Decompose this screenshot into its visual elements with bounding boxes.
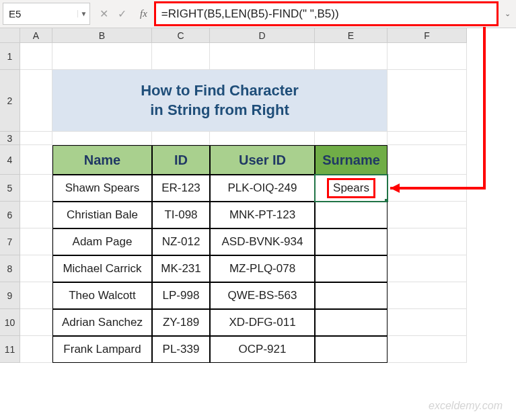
- row-header-4[interactable]: 4: [0, 145, 20, 175]
- formula-expand-icon[interactable]: ⌄: [501, 0, 513, 28]
- cell-B10[interactable]: Adrian Sanchez: [52, 309, 152, 336]
- name-box-container: E5 ▼: [3, 3, 90, 25]
- cell-C3[interactable]: [152, 132, 210, 145]
- cell-D10[interactable]: XD-DFG-011: [210, 309, 315, 336]
- cell-B11[interactable]: Frank Lampard: [52, 336, 152, 363]
- cell-F11[interactable]: [388, 336, 467, 363]
- col-header-A[interactable]: A: [20, 28, 52, 43]
- cell-A7[interactable]: [20, 228, 52, 255]
- header-name[interactable]: Name: [52, 145, 152, 175]
- cell-E10[interactable]: [315, 309, 388, 336]
- row-header-7[interactable]: 7: [0, 228, 20, 255]
- row-header-9[interactable]: 9: [0, 282, 20, 309]
- title-line2: in String from Right: [150, 101, 289, 120]
- cell-E8[interactable]: [315, 255, 388, 282]
- cell-F7[interactable]: [388, 228, 467, 255]
- row-header-8[interactable]: 8: [0, 255, 20, 282]
- cancel-icon[interactable]: ✕: [100, 7, 108, 20]
- cell-A1[interactable]: [20, 43, 52, 70]
- fill-handle[interactable]: [385, 199, 388, 202]
- row-header-10[interactable]: 10: [0, 309, 20, 336]
- fx-label[interactable]: fx: [136, 0, 151, 28]
- col-header-B[interactable]: B: [52, 28, 152, 43]
- cell-D5[interactable]: PLK-OIQ-249: [210, 175, 315, 202]
- cell-B7[interactable]: Adam Page: [52, 228, 152, 255]
- cell-F3[interactable]: [388, 132, 467, 145]
- cell-F6[interactable]: [388, 202, 467, 228]
- col-header-C[interactable]: C: [152, 28, 210, 43]
- cell-B3[interactable]: [52, 132, 152, 145]
- accept-icon[interactable]: ✓: [118, 7, 126, 20]
- cell-D9[interactable]: QWE-BS-563: [210, 282, 315, 309]
- row-header-5[interactable]: 5: [0, 175, 20, 202]
- cells-area: How to Find Character in String from Rig…: [20, 43, 516, 363]
- cell-D3[interactable]: [210, 132, 315, 145]
- title-cell[interactable]: How to Find Character in String from Rig…: [52, 70, 388, 132]
- row-header-11[interactable]: 11: [0, 336, 20, 363]
- spreadsheet-grid: A B C D E F 1 2 3 4 5 6 7 8 9 10 11: [0, 28, 516, 363]
- formula-toolbar: E5 ▼ ✕ ✓ fx =RIGHT(B5,LEN(B5)-FIND(" ",B…: [0, 0, 516, 28]
- cell-E5[interactable]: Spears: [315, 175, 388, 202]
- cell-C10[interactable]: ZY-189: [152, 309, 210, 336]
- cell-C5[interactable]: ER-123: [152, 175, 210, 202]
- cell-C11[interactable]: PL-339: [152, 336, 210, 363]
- select-all-corner[interactable]: [0, 28, 20, 43]
- formula-bar[interactable]: =RIGHT(B5,LEN(B5)-FIND(" ",B5)): [154, 1, 499, 26]
- cell-D6[interactable]: MNK-PT-123: [210, 202, 315, 228]
- name-box-dropdown[interactable]: ▼: [77, 10, 89, 17]
- row-header-1[interactable]: 1: [0, 43, 20, 70]
- row-header-3[interactable]: 3: [0, 132, 20, 145]
- cell-A3[interactable]: [20, 132, 52, 145]
- cell-E6[interactable]: [315, 202, 388, 228]
- cell-C6[interactable]: TI-098: [152, 202, 210, 228]
- cell-A11[interactable]: [20, 336, 52, 363]
- cell-D7[interactable]: ASD-BVNK-934: [210, 228, 315, 255]
- cell-B9[interactable]: Theo Walcott: [52, 282, 152, 309]
- cell-E9[interactable]: [315, 282, 388, 309]
- cell-B6[interactable]: Christian Bale: [52, 202, 152, 228]
- row-headers: 1 2 3 4 5 6 7 8 9 10 11: [0, 43, 20, 363]
- cell-F5[interactable]: [388, 175, 467, 202]
- cell-F10[interactable]: [388, 309, 467, 336]
- cell-E1[interactable]: [315, 43, 388, 70]
- cell-A9[interactable]: [20, 282, 52, 309]
- row-header-6[interactable]: 6: [0, 202, 20, 228]
- row-header-2[interactable]: 2: [0, 70, 20, 132]
- cell-C1[interactable]: [152, 43, 210, 70]
- cell-A5[interactable]: [20, 175, 52, 202]
- cell-D1[interactable]: [210, 43, 315, 70]
- cell-A8[interactable]: [20, 255, 52, 282]
- cell-A2[interactable]: [20, 70, 52, 132]
- cell-C7[interactable]: NZ-012: [152, 228, 210, 255]
- header-id[interactable]: ID: [152, 145, 210, 175]
- col-header-D[interactable]: D: [210, 28, 315, 43]
- cell-C8[interactable]: MK-231: [152, 255, 210, 282]
- cell-A6[interactable]: [20, 202, 52, 228]
- cell-B8[interactable]: Michael Carrick: [52, 255, 152, 282]
- column-headers: A B C D E F: [20, 28, 516, 43]
- cell-F9[interactable]: [388, 282, 467, 309]
- cell-F2[interactable]: [388, 70, 467, 132]
- cell-C9[interactable]: LP-998: [152, 282, 210, 309]
- header-surname[interactable]: Surname: [315, 145, 388, 175]
- col-header-E[interactable]: E: [315, 28, 388, 43]
- cell-E11[interactable]: [315, 336, 388, 363]
- col-header-F[interactable]: F: [388, 28, 467, 43]
- formula-bar-buttons: ✕ ✓: [90, 0, 136, 28]
- cell-B5[interactable]: Shawn Spears: [52, 175, 152, 202]
- cell-D8[interactable]: MZ-PLQ-078: [210, 255, 315, 282]
- cell-F4[interactable]: [388, 145, 467, 175]
- cell-A10[interactable]: [20, 309, 52, 336]
- header-userid[interactable]: User ID: [210, 145, 315, 175]
- surname-value: Spears: [327, 178, 375, 198]
- name-box[interactable]: E5: [3, 7, 77, 21]
- watermark: exceldemy.com: [429, 400, 503, 412]
- cell-A4[interactable]: [20, 145, 52, 175]
- title-line1: How to Find Character: [141, 81, 299, 101]
- cell-F8[interactable]: [388, 255, 467, 282]
- cell-E3[interactable]: [315, 132, 388, 145]
- cell-E7[interactable]: [315, 228, 388, 255]
- cell-F1[interactable]: [388, 43, 467, 70]
- cell-D11[interactable]: OCP-921: [210, 336, 315, 363]
- cell-B1[interactable]: [52, 43, 152, 70]
